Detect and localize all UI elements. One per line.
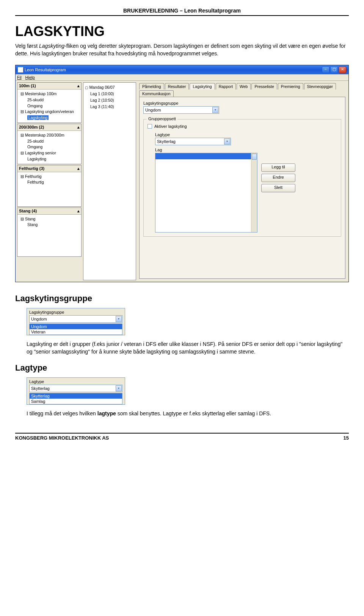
intro-rest: -fliken og velg deretter skyteprogram. D…	[15, 43, 346, 57]
document-header: BRUKERVEILEDNING – Leon Resultatprogram	[15, 8, 349, 16]
tree-item[interactable]: ⊟ Lagskyting senior	[19, 150, 80, 156]
page-footer: KONGSBERG MIKROELEKTRONIKK AS 15	[15, 433, 349, 441]
intro-paragraph: Velg først Lagskyting-fliken og velg der…	[15, 42, 349, 57]
collapse-icon[interactable]: ▴	[77, 125, 80, 130]
tab-lagskyting[interactable]: Lagskyting	[190, 83, 215, 90]
tab-content: Lagskytingsgruppe Ungdom ▾ Gruppeoppsett…	[139, 97, 345, 279]
aktiver-checkbox[interactable]	[147, 124, 152, 129]
app-icon	[18, 67, 23, 72]
chevron-down-icon: ▾	[212, 107, 218, 113]
mini-group-select[interactable]: Ungdom ▾	[29, 315, 122, 323]
minimize-button[interactable]: −	[322, 66, 329, 73]
chevron-down-icon: ▾	[116, 385, 122, 391]
option-samlag[interactable]: Samlag	[30, 399, 122, 404]
chevron-down-icon: ▾	[116, 316, 122, 322]
tree-item[interactable]: Felthurtig	[19, 179, 80, 185]
mini-group-label: Lagskytingsgruppe	[29, 310, 122, 314]
footer-page-number: 15	[344, 435, 349, 441]
schedule-lag[interactable]: Lag 1 (10:00)	[85, 91, 134, 97]
left-sidebar: 100m (1)▴ ⊟ Mesterskap 100m 25-skudd Omg…	[17, 82, 82, 280]
tree-item[interactable]: Omgang	[19, 144, 80, 150]
chevron-down-icon: ▾	[224, 138, 230, 145]
tree-item[interactable]: Omgang	[19, 103, 80, 109]
group-select[interactable]: Ungdom ▾	[143, 106, 219, 114]
panel-felthurtig-title: Felthurtig (3)	[19, 166, 44, 171]
footer-company: KONGSBERG MIKROELEKTRONIKK AS	[15, 435, 109, 441]
collapse-icon[interactable]: ▴	[77, 166, 80, 171]
tab-premiering[interactable]: Premiering	[278, 83, 303, 90]
intro-prefix: Velg først	[15, 43, 39, 49]
menu-help[interactable]: Hjelp	[25, 75, 35, 80]
lag-label: Lag	[155, 148, 337, 152]
tab-presseliste[interactable]: Presseliste	[251, 83, 277, 90]
lagtype-text: I tillegg må det velges hvilken lagtype …	[27, 410, 349, 418]
tree-item[interactable]: ⊟ Stang	[19, 216, 80, 222]
tree-item[interactable]: ⊟ Mesterskap 200/300m	[19, 132, 80, 138]
page-title: LAGSKYTING	[15, 24, 349, 39]
option-veteran[interactable]: Veteran	[30, 329, 122, 335]
panel-100m-title: 100m (1)	[19, 83, 36, 88]
lag-listbox[interactable]	[155, 153, 257, 233]
option-ungdom[interactable]: Ungdom	[30, 324, 122, 329]
lagtype-dropdown-shot: Lagtype Skytterlag ▾ Skytterlag Samlag	[27, 377, 125, 405]
section-lagtype-title: Lagtype	[15, 363, 349, 373]
tab-strip: Påmelding Resultater Lagskyting Rapport …	[138, 82, 347, 97]
close-button[interactable]: ✕	[339, 66, 346, 73]
tree-item[interactable]: ⊟ Mesterskap 100m	[19, 91, 80, 97]
tab-web[interactable]: Web	[237, 83, 251, 90]
tree-item[interactable]: Lagskyting	[19, 156, 80, 162]
schedule-lag[interactable]: Lag 3 (11:40)	[85, 104, 134, 110]
mini-group-options: Ungdom Veteran	[29, 324, 122, 335]
menubar: Fil Hjelp	[16, 74, 348, 81]
collapse-icon[interactable]: ▴	[77, 83, 80, 88]
mini-group-value: Ungdom	[31, 317, 47, 321]
schedule-panel: Mandag 06/07 Lag 1 (10:00) Lag 2 (10:50)…	[83, 82, 136, 280]
group-select-value: Ungdom	[145, 108, 161, 112]
tab-rapport[interactable]: Rapport	[216, 83, 236, 90]
scrollbar[interactable]	[251, 153, 257, 232]
tree-item[interactable]: 25-skudd	[19, 97, 80, 103]
lagskytingsgruppe-dropdown-shot: Lagskytingsgruppe Ungdom ▾ Ungdom Vetera…	[27, 308, 125, 335]
tab-kommunikasjon[interactable]: Kommunikasjon	[139, 90, 174, 97]
intro-italic: Lagskyting	[39, 43, 64, 49]
lagtype-select-value: Skytterlag	[157, 139, 176, 144]
mini-lagtype-options: Skytterlag Samlag	[29, 393, 122, 404]
endre-button[interactable]: Endre	[261, 174, 295, 182]
mini-lagtype-label: Lagtype	[29, 379, 122, 384]
group-label: Lagskytingsgruppe	[143, 101, 341, 105]
titlebar: Leon Resultatprogram − ▢ ✕	[16, 65, 348, 74]
tab-resultater[interactable]: Resultater	[165, 83, 189, 90]
slett-button[interactable]: Slett	[261, 184, 295, 192]
gruppeoppsett-groupbox: Gruppeoppsett Aktiver lagskyting Lagtype…	[143, 119, 341, 237]
window-controls: − ▢ ✕	[322, 66, 346, 73]
aktiver-label: Aktiver lagskyting	[154, 124, 187, 129]
tab-pamelding[interactable]: Påmelding	[139, 83, 164, 90]
mini-lagtype-select[interactable]: Skytterlag ▾	[29, 385, 122, 392]
tab-stevneoppgjor[interactable]: Stevneoppgjør	[304, 83, 336, 90]
tree-item[interactable]: ⊟ Felthurtig	[19, 174, 80, 180]
menu-file[interactable]: Fil	[17, 75, 22, 80]
lagtype-label: Lagtype	[155, 132, 337, 137]
section-lagskytingsgruppe-title: Lagskytingsgruppe	[15, 294, 349, 303]
schedule-lag[interactable]: Lag 2 (10:50)	[85, 97, 134, 104]
lagskytingsgruppe-text: Lagskyting er delt i grupper (f.eks juni…	[27, 341, 349, 355]
mini-lagtype-value: Skytterlag	[31, 386, 50, 391]
option-skytterlag[interactable]: Skytterlag	[30, 393, 122, 399]
groupbox-legend: Gruppeoppsett	[147, 116, 177, 121]
panel-200m: 200/300m (2)▴ ⊟ Mesterskap 200/300m 25-s…	[17, 124, 82, 164]
main-content: Påmelding Resultater Lagskyting Rapport …	[138, 82, 347, 280]
tree-item[interactable]: ⊟ Lagskyting ungdom/veteran	[19, 109, 80, 115]
schedule-day[interactable]: Mandag 06/07	[85, 84, 134, 91]
tree-item-selected[interactable]: Lagskyting	[27, 115, 49, 120]
maximize-button[interactable]: ▢	[330, 66, 338, 73]
lagtype-text-prefix: I tillegg må det velges hvilken	[27, 410, 97, 416]
app-window: Leon Resultatprogram − ▢ ✕ Fil Hjelp 100…	[15, 65, 349, 282]
collapse-icon[interactable]: ▴	[77, 209, 80, 214]
panel-felthurtig: Felthurtig (3)▴ ⊟ Felthurtig Felthurtig	[17, 165, 82, 207]
listbox-selection	[155, 153, 251, 159]
lagtype-select[interactable]: Skytterlag ▾	[155, 138, 231, 145]
tree-item[interactable]: Stang	[19, 222, 80, 228]
legg-til-button[interactable]: Legg til	[261, 163, 295, 172]
panel-stang: Stang (4)▴ ⊟ Stang Stang	[17, 207, 82, 257]
tree-item[interactable]: 25-skudd	[19, 138, 80, 145]
